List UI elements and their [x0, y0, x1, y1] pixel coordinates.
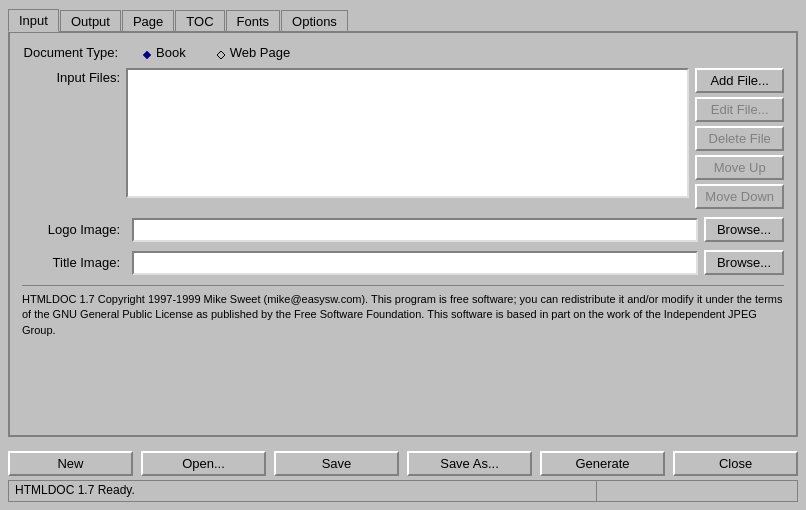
- doc-type-label: Document Type:: [22, 45, 122, 60]
- delete-file-button[interactable]: Delete File: [695, 126, 784, 151]
- close-button[interactable]: Close: [673, 451, 798, 476]
- radio-book[interactable]: Book: [142, 45, 186, 60]
- tab-bar: Input Output Page TOC Fonts Options: [8, 8, 798, 31]
- main-window: Input Output Page TOC Fonts Options Docu…: [0, 0, 806, 510]
- svg-marker-1: [217, 51, 225, 59]
- edit-file-button[interactable]: Edit File...: [695, 97, 784, 122]
- copyright-text: HTMLDOC 1.7 Copyright 1997-1999 Mike Swe…: [22, 285, 784, 338]
- radio-book-label: Book: [156, 45, 186, 60]
- title-image-input[interactable]: [132, 251, 698, 275]
- status-bar: HTMLDOC 1.7 Ready.: [8, 480, 798, 502]
- logo-image-row: Logo Image: Browse...: [22, 217, 784, 242]
- generate-button[interactable]: Generate: [540, 451, 665, 476]
- doc-type-row: Document Type: Book: [22, 45, 784, 60]
- radio-webpage[interactable]: Web Page: [216, 45, 290, 60]
- tab-output[interactable]: Output: [60, 10, 121, 32]
- status-text: HTMLDOC 1.7 Ready.: [9, 481, 597, 501]
- new-button[interactable]: New: [8, 451, 133, 476]
- radio-webpage-label: Web Page: [230, 45, 290, 60]
- bottom-bar: New Open... Save Save As... Generate Clo…: [8, 445, 798, 480]
- add-file-button[interactable]: Add File...: [695, 68, 784, 93]
- save-as-button[interactable]: Save As...: [407, 451, 532, 476]
- input-files-label: Input Files:: [22, 68, 126, 85]
- logo-image-input[interactable]: [132, 218, 698, 242]
- logo-image-label: Logo Image:: [22, 222, 126, 237]
- tab-input[interactable]: Input: [8, 9, 59, 32]
- title-browse-button[interactable]: Browse...: [704, 250, 784, 275]
- files-buttons: Add File... Edit File... Delete File Mov…: [695, 68, 784, 209]
- title-image-row: Title Image: Browse...: [22, 250, 784, 275]
- tab-fonts[interactable]: Fonts: [226, 10, 281, 32]
- radio-book-icon: [142, 48, 152, 58]
- input-files-row: Input Files: Add File... Edit File... De…: [22, 68, 784, 209]
- status-right: [597, 481, 797, 501]
- move-down-button[interactable]: Move Down: [695, 184, 784, 209]
- tab-options[interactable]: Options: [281, 10, 348, 32]
- svg-marker-0: [143, 51, 151, 59]
- tab-toc[interactable]: TOC: [175, 10, 224, 32]
- logo-browse-button[interactable]: Browse...: [704, 217, 784, 242]
- tab-page[interactable]: Page: [122, 10, 174, 32]
- radio-webpage-icon: [216, 48, 226, 58]
- title-image-label: Title Image:: [22, 255, 126, 270]
- content-panel: Document Type: Book: [8, 31, 798, 437]
- input-files-list[interactable]: [126, 68, 689, 198]
- open-button[interactable]: Open...: [141, 451, 266, 476]
- move-up-button[interactable]: Move Up: [695, 155, 784, 180]
- radio-group: Book Web Page: [142, 45, 290, 60]
- save-button[interactable]: Save: [274, 451, 399, 476]
